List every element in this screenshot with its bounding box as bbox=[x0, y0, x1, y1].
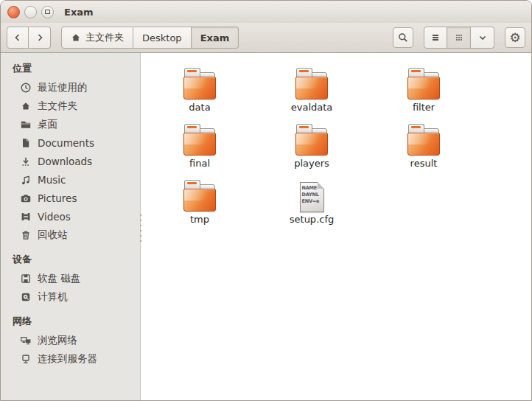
breadcrumb-exam[interactable]: Exam bbox=[192, 27, 239, 49]
folder-final[interactable]: final bbox=[144, 121, 256, 177]
sidebar-item-最近使用的[interactable]: 最近使用的 bbox=[1, 78, 140, 97]
folder-icon bbox=[407, 68, 440, 100]
home-icon bbox=[71, 32, 81, 43]
breadcrumb-label: Desktop bbox=[142, 32, 182, 43]
file-label: data bbox=[189, 102, 210, 114]
folder-players[interactable]: players bbox=[256, 121, 368, 177]
file-manager-window: Exam 主文件夹DesktopExam ⚙ 位置最近使用的主文件夹桌面Docu… bbox=[0, 0, 532, 401]
list-icon bbox=[430, 32, 441, 43]
minimize-icon[interactable] bbox=[24, 6, 37, 18]
back-button[interactable] bbox=[7, 27, 29, 49]
folder-icon bbox=[407, 124, 440, 156]
sidebar-item-label: 连接到服务器 bbox=[38, 352, 97, 366]
sidebar-item-Music[interactable]: Music bbox=[1, 170, 140, 189]
document-icon bbox=[20, 137, 32, 149]
sidebar-item-连接到服务器[interactable]: 连接到服务器 bbox=[1, 349, 140, 368]
sidebar-item-label: 桌面 bbox=[38, 118, 57, 131]
sidebar-item-Videos[interactable]: Videos bbox=[1, 207, 140, 226]
file-label: filter bbox=[413, 102, 435, 114]
file-preview-line: NAME= bbox=[302, 185, 323, 192]
clock-icon bbox=[20, 82, 32, 94]
sidebar-section-header: 位置 bbox=[1, 59, 140, 78]
chevron-left-icon bbox=[12, 32, 24, 43]
file-label: tmp bbox=[190, 214, 209, 226]
sidebar-item-主文件夹[interactable]: 主文件夹 bbox=[1, 97, 140, 115]
gear-button[interactable]: ⚙ bbox=[505, 27, 525, 48]
grid-icon bbox=[453, 32, 465, 43]
folder-icon bbox=[183, 124, 216, 156]
folder-icon bbox=[295, 68, 328, 100]
sidebar-item-Pictures[interactable]: Pictures bbox=[1, 189, 140, 207]
sidebar-item-label: Music bbox=[38, 174, 66, 186]
folder-result[interactable]: result bbox=[368, 121, 480, 177]
sidebar-item-Downloads[interactable]: Downloads bbox=[1, 152, 140, 170]
file-label: evaldata bbox=[291, 102, 333, 114]
sidebar-item-label: Documents bbox=[38, 137, 94, 149]
breadcrumb-label: 主文件夹 bbox=[85, 31, 124, 44]
folder-icon bbox=[183, 180, 216, 212]
sidebar-section-header: 设备 bbox=[1, 250, 140, 269]
folder-filter[interactable]: filter bbox=[368, 65, 480, 121]
breadcrumb-主文件夹[interactable]: 主文件夹 bbox=[61, 27, 133, 49]
harddisk-icon bbox=[20, 291, 32, 303]
sidebar-item-计算机[interactable]: 计算机 bbox=[1, 287, 140, 306]
sidebar-item-桌面[interactable]: 桌面 bbox=[1, 115, 140, 133]
folder-data[interactable]: data bbox=[144, 65, 256, 121]
sidebar-item-Documents[interactable]: Documents bbox=[1, 133, 140, 152]
close-icon[interactable] bbox=[7, 6, 20, 18]
file-label: players bbox=[294, 158, 329, 170]
sidebar: 位置最近使用的主文件夹桌面DocumentsDownloadsMusicPict… bbox=[1, 53, 141, 400]
search-button[interactable] bbox=[393, 27, 413, 48]
sidebar-item-回收站[interactable]: 回收站 bbox=[1, 226, 140, 244]
file-setup.cfg[interactable]: NAME=DAYNLENV=e setup.cfg bbox=[256, 177, 368, 233]
pane-resize-handle[interactable] bbox=[139, 215, 142, 242]
sidebar-item-label: 主文件夹 bbox=[38, 100, 77, 113]
film-icon bbox=[20, 211, 32, 223]
folder-evaldata[interactable]: evaldata bbox=[256, 65, 368, 121]
toolbar: 主文件夹DesktopExam ⚙ bbox=[1, 23, 531, 53]
file-label: final bbox=[189, 158, 210, 170]
music-icon bbox=[20, 174, 32, 186]
maximize-icon[interactable] bbox=[41, 6, 54, 18]
view-toggle bbox=[424, 27, 494, 49]
camera-icon bbox=[20, 192, 32, 204]
file-preview-line: DAYNL bbox=[302, 192, 323, 198]
sidebar-item-浏览网络[interactable]: 浏览网络 bbox=[1, 331, 140, 349]
view-options-button[interactable] bbox=[471, 27, 494, 49]
breadcrumb-desktop[interactable]: Desktop bbox=[133, 27, 192, 49]
folder-icon bbox=[295, 124, 328, 156]
sidebar-section-header: 网络 bbox=[1, 312, 140, 331]
titlebar: Exam bbox=[1, 1, 531, 23]
sidebar-item-软盘 磁盘[interactable]: 软盘 磁盘 bbox=[1, 269, 140, 287]
sidebar-item-label: 计算机 bbox=[38, 290, 68, 304]
file-label: setup.cfg bbox=[290, 214, 334, 226]
nav-buttons bbox=[7, 27, 51, 49]
network-icon bbox=[20, 335, 32, 346]
trash-icon bbox=[20, 229, 32, 241]
gear-icon: ⚙ bbox=[509, 32, 520, 44]
list-view-button[interactable] bbox=[424, 27, 447, 49]
folder-tmp[interactable]: tmp bbox=[144, 177, 256, 233]
folder-icon bbox=[183, 68, 216, 100]
sidebar-item-label: 最近使用的 bbox=[38, 81, 88, 94]
home-icon bbox=[20, 101, 32, 111]
content-area: 位置最近使用的主文件夹桌面DocumentsDownloadsMusicPict… bbox=[1, 53, 531, 400]
search-icon bbox=[397, 32, 409, 43]
window-title: Exam bbox=[64, 7, 94, 18]
file-grid: data evaldata filter final players resul… bbox=[141, 53, 531, 400]
text-file-icon: NAME=DAYNLENV=e bbox=[300, 182, 324, 212]
sidebar-item-label: Videos bbox=[38, 211, 71, 223]
sidebar-item-label: 软盘 磁盘 bbox=[38, 272, 80, 285]
forward-button[interactable] bbox=[29, 27, 51, 49]
sidebar-item-label: Downloads bbox=[38, 156, 92, 167]
file-preview-line: ENV=e bbox=[302, 198, 323, 205]
sidebar-item-label: 浏览网络 bbox=[38, 334, 77, 347]
chevron-down-icon bbox=[477, 32, 489, 43]
breadcrumb-label: Exam bbox=[200, 32, 230, 43]
breadcrumb: 主文件夹DesktopExam bbox=[61, 27, 239, 49]
grid-view-button[interactable] bbox=[447, 27, 471, 49]
download-icon bbox=[20, 156, 32, 167]
chevron-right-icon bbox=[34, 32, 46, 43]
server-icon bbox=[20, 353, 32, 365]
desktop-folder-icon bbox=[20, 119, 32, 130]
